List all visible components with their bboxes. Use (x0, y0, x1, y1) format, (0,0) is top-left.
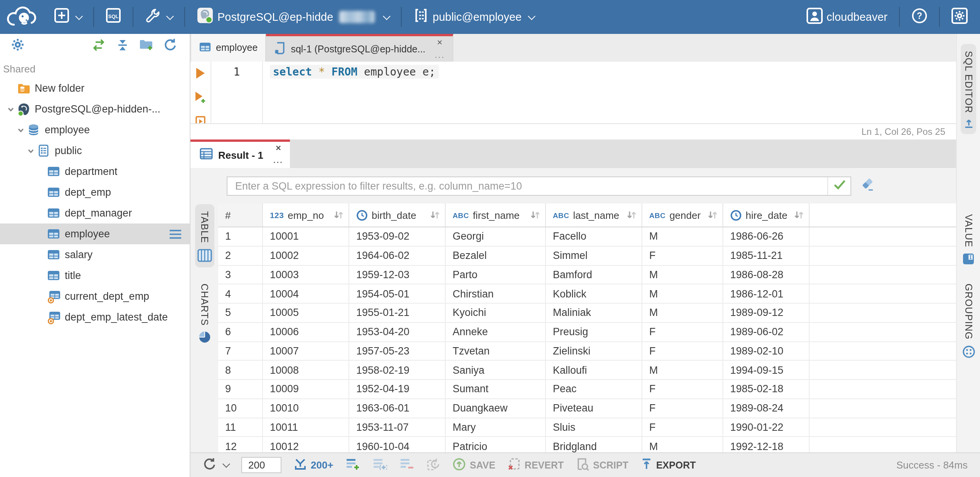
settings-button[interactable] (947, 0, 972, 34)
sidebar-settings-button[interactable] (6, 38, 29, 55)
tree-item-dept-manager[interactable]: dept_manager (0, 203, 190, 223)
data-cell[interactable]: F (642, 323, 723, 341)
data-cell[interactable]: 1957-05-23 (349, 342, 446, 360)
data-cell[interactable]: 1959-12-03 (349, 265, 446, 284)
data-cell[interactable]: 1964-06-02 (349, 247, 446, 265)
data-cell[interactable]: F (642, 399, 723, 418)
tab-table-presentation[interactable]: TABLE (195, 204, 214, 267)
tab-charts-presentation[interactable]: CHARTS (195, 276, 213, 349)
tree-expand-chevron-icon[interactable] (25, 147, 36, 155)
tree-item-employee[interactable]: employee (0, 119, 190, 140)
row-limit-input[interactable] (241, 457, 281, 473)
close-tab-button[interactable]: × (437, 38, 443, 46)
row-number-cell[interactable]: 8 (218, 361, 263, 380)
tree-item-title[interactable]: title (0, 265, 190, 286)
row-number-header[interactable]: # (218, 203, 263, 227)
data-cell[interactable]: 10006 (263, 323, 349, 341)
execute-query-button[interactable] (195, 67, 206, 82)
row-number-cell[interactable]: 2 (218, 247, 263, 265)
apply-filter-button[interactable] (827, 177, 850, 195)
tree-item-salary[interactable]: salary (0, 244, 190, 265)
duplicate-row-button[interactable] (367, 453, 394, 477)
data-cell[interactable]: F (642, 342, 723, 360)
link-with-editor-button[interactable] (86, 38, 111, 54)
data-cell[interactable]: F (642, 380, 723, 398)
data-cell[interactable]: 10002 (263, 247, 349, 265)
data-cell[interactable]: 1990-01-22 (723, 418, 810, 437)
data-cell[interactable]: 10012 (263, 437, 349, 453)
close-result-button[interactable]: × (276, 144, 281, 152)
column-header-hire_date[interactable]: hire_date (723, 203, 810, 227)
user-menu[interactable]: cloudbeaver (802, 0, 892, 34)
script-button[interactable]: SCRIPT (570, 453, 635, 477)
sql-editor-button[interactable]: SQL (101, 0, 126, 34)
data-cell[interactable]: 1992-12-18 (723, 437, 810, 453)
data-cell[interactable]: Sluis (546, 418, 642, 437)
delete-row-button[interactable] (394, 453, 421, 477)
data-cell[interactable]: 1986-06-26 (723, 227, 810, 246)
collapse-all-button[interactable] (111, 38, 134, 54)
data-cell[interactable]: 1958-02-19 (349, 361, 446, 380)
data-cell[interactable]: Peac (546, 380, 642, 398)
revert-button[interactable]: REVERT (502, 453, 570, 477)
data-cell[interactable]: M (642, 265, 723, 284)
data-cell[interactable]: M (642, 437, 723, 453)
tab-sql-editor-panel[interactable]: SQL EDITOR (961, 44, 976, 134)
filter-input[interactable] (227, 177, 827, 195)
data-cell[interactable]: Maliniak (546, 304, 642, 322)
data-cell[interactable]: 1952-04-19 (349, 380, 446, 398)
execute-new-tab-button[interactable] (194, 91, 207, 107)
data-cell[interactable]: Sumant (446, 380, 546, 398)
row-number-cell[interactable]: 5 (218, 304, 263, 322)
data-cell[interactable]: Koblick (546, 285, 642, 303)
column-header-emp_no[interactable]: 123emp_no (263, 203, 349, 227)
data-cell[interactable]: Parto (446, 265, 546, 284)
data-cell[interactable]: Simmel (546, 247, 642, 265)
tab-grouping-panel[interactable]: GROUPING (960, 277, 977, 364)
new-connection-button[interactable] (49, 0, 86, 34)
sort-icon[interactable] (626, 210, 637, 220)
data-cell[interactable]: Kalloufi (546, 361, 642, 380)
row-number-cell[interactable]: 6 (218, 323, 263, 341)
data-cell[interactable]: Duangkaew (446, 399, 546, 418)
data-cell[interactable]: M (642, 304, 723, 322)
data-cell[interactable]: M (642, 285, 723, 303)
fetch-more-button[interactable]: 200+ (288, 453, 340, 477)
data-cell[interactable]: Georgi (446, 227, 546, 246)
help-button[interactable]: ? (907, 0, 932, 34)
row-number-cell[interactable]: 3 (218, 265, 263, 284)
row-number-cell[interactable]: 11 (218, 418, 263, 437)
column-header-birth_date[interactable]: birth_date (349, 203, 446, 227)
data-cell[interactable]: 1989-06-02 (723, 323, 810, 341)
connection-selector[interactable]: PostgreSQL@ep-hidde (192, 0, 394, 34)
tree-expand-chevron-icon[interactable] (15, 126, 26, 134)
data-cell[interactable]: 1989-09-12 (723, 304, 810, 322)
data-cell[interactable]: 10010 (263, 399, 349, 418)
sort-icon[interactable] (429, 210, 440, 220)
refresh-tree-button[interactable] (159, 38, 182, 55)
data-cell[interactable]: 1955-01-21 (349, 304, 446, 322)
tree-item-dept-emp-latest-date[interactable]: dept_emp_latest_date (0, 307, 190, 328)
sort-icon[interactable] (530, 210, 541, 220)
data-cell[interactable]: Zielinski (546, 342, 642, 360)
data-cell[interactable]: 1989-02-10 (723, 342, 810, 360)
row-number-cell[interactable]: 12 (218, 437, 263, 453)
row-number-cell[interactable]: 10 (218, 399, 263, 418)
tree-item-postgresql-ep-hidden-[interactable]: PostgreSQL@ep-hidden-... (0, 99, 190, 119)
data-cell[interactable]: 10005 (263, 304, 349, 322)
data-cell[interactable]: 10007 (263, 342, 349, 360)
tree-expand-chevron-icon[interactable] (5, 105, 16, 113)
column-header-gender[interactable]: ABCgender (642, 203, 723, 227)
code-area[interactable]: select * FROM employee e; (263, 62, 956, 123)
data-cell[interactable]: 10001 (263, 227, 349, 246)
data-cell[interactable]: 1963-06-01 (349, 399, 446, 418)
tree-item-new-folder[interactable]: New folder (0, 78, 190, 99)
tree-item-department[interactable]: department (0, 161, 190, 182)
data-cell[interactable]: Bezalel (446, 247, 546, 265)
data-cell[interactable]: Bridgland (546, 437, 642, 453)
data-cell[interactable]: Tzvetan (446, 342, 546, 360)
data-cell[interactable]: 1953-09-02 (349, 227, 446, 246)
data-cell[interactable]: 1953-04-20 (349, 323, 446, 341)
data-cell[interactable]: Patricio (446, 437, 546, 453)
cloudbeaver-logo[interactable] (6, 5, 39, 29)
